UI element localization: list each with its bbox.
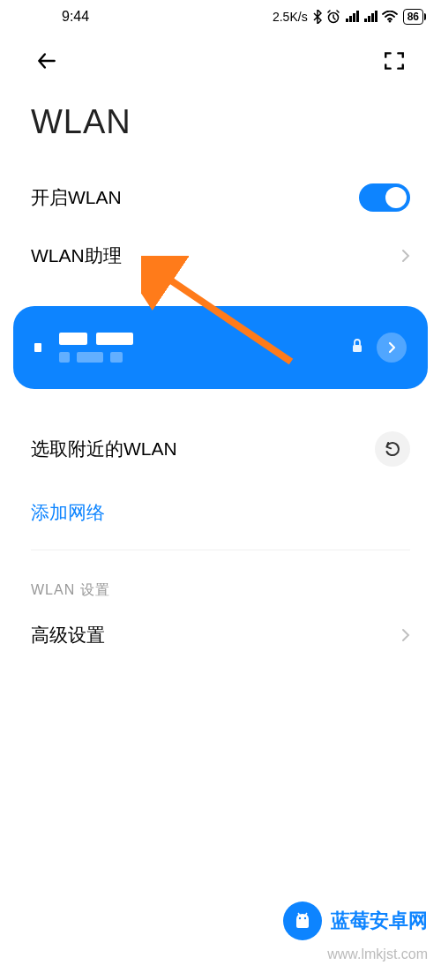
wlan-assistant-row[interactable]: WLAN助理 bbox=[0, 228, 441, 284]
wlan-toggle-row: 开启WLAN bbox=[0, 168, 441, 228]
svg-rect-2 bbox=[353, 345, 362, 352]
chevron-right-icon bbox=[401, 249, 410, 263]
wlan-assistant-label: WLAN助理 bbox=[31, 243, 122, 268]
refresh-button[interactable] bbox=[375, 431, 410, 467]
advanced-settings-label: 高级设置 bbox=[31, 623, 105, 647]
battery-indicator: 86 bbox=[403, 9, 423, 25]
lock-icon bbox=[351, 339, 363, 356]
wifi-detail-button[interactable] bbox=[377, 333, 407, 363]
status-icons bbox=[313, 10, 398, 24]
page-title: WLAN bbox=[0, 86, 441, 168]
android-logo-icon bbox=[283, 901, 322, 940]
signal-icon-2 bbox=[363, 11, 377, 23]
wifi-info bbox=[59, 333, 133, 363]
nearby-wlan-row: 选取附近的WLAN bbox=[0, 407, 441, 484]
watermark-url: www.lmkjst.com bbox=[327, 946, 428, 962]
svg-point-5 bbox=[299, 917, 301, 919]
scan-icon[interactable] bbox=[383, 49, 406, 72]
wifi-signal-icon bbox=[34, 343, 41, 352]
connected-wifi-card[interactable] bbox=[13, 306, 428, 389]
chevron-right-icon bbox=[401, 628, 410, 642]
svg-point-1 bbox=[388, 20, 391, 23]
wlan-toggle-label: 开启WLAN bbox=[31, 185, 122, 210]
status-bar: 9:44 2.5K/s 86 bbox=[0, 0, 441, 32]
nav-bar bbox=[0, 32, 441, 86]
status-right: 2.5K/s 86 bbox=[273, 9, 423, 25]
add-network-button[interactable]: 添加网络 bbox=[0, 484, 441, 550]
advanced-settings-row[interactable]: 高级设置 bbox=[0, 607, 441, 663]
wlan-settings-section-header: WLAN 设置 bbox=[0, 550, 441, 607]
svg-point-6 bbox=[304, 917, 306, 919]
alarm-icon bbox=[326, 10, 340, 24]
bluetooth-icon bbox=[313, 10, 322, 24]
wifi-icon bbox=[382, 11, 398, 23]
signal-icon-1 bbox=[345, 11, 359, 23]
network-speed: 2.5K/s bbox=[273, 10, 308, 24]
nearby-wlan-label: 选取附近的WLAN bbox=[31, 437, 177, 461]
watermark-name: 蓝莓安卓网 bbox=[331, 908, 428, 934]
wlan-toggle-switch[interactable] bbox=[359, 183, 410, 212]
status-time: 9:44 bbox=[62, 9, 89, 25]
back-icon[interactable] bbox=[35, 49, 58, 72]
refresh-icon bbox=[384, 440, 401, 458]
watermark-logo: 蓝莓安卓网 bbox=[283, 901, 428, 940]
